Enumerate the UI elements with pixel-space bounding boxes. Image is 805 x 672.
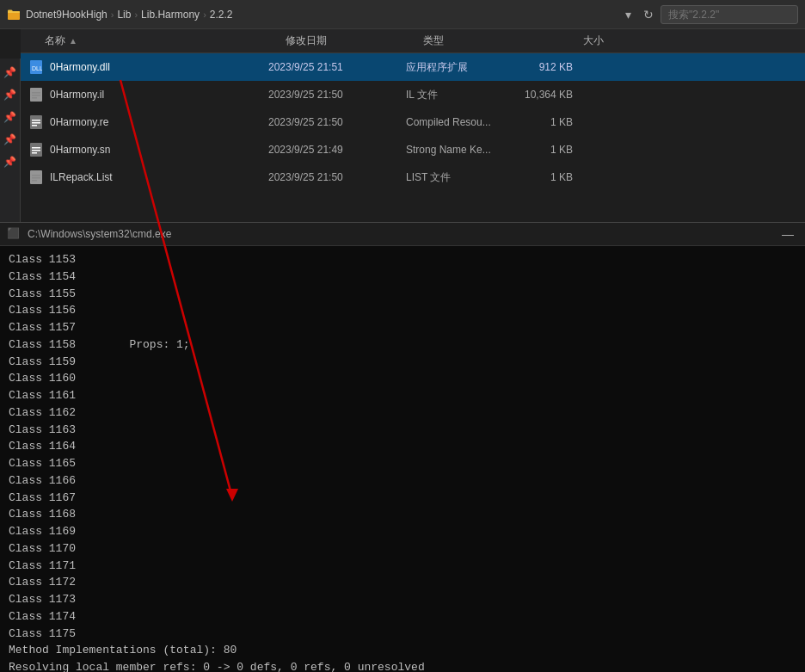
pin-3[interactable]: 📌 bbox=[3, 110, 17, 124]
col-header-size[interactable]: 大小 bbox=[535, 34, 604, 48]
folder-icon bbox=[7, 8, 21, 22]
file-icon bbox=[28, 169, 45, 186]
cmd-line: Class 1174 bbox=[9, 608, 796, 626]
dropdown-button[interactable]: ▾ bbox=[619, 6, 636, 23]
cmd-icon: ⬛ bbox=[7, 227, 21, 241]
cmd-line: Class 1169 bbox=[9, 523, 796, 540]
table-row[interactable]: 0Harmony.sn2023/9/25 21:49Strong Name Ke… bbox=[21, 136, 805, 163]
breadcrumb-item-libharmony[interactable]: Lib.Harmony bbox=[141, 9, 200, 21]
cmd-line: Class 1160 bbox=[9, 370, 796, 387]
cmd-line: Class 1166 bbox=[9, 472, 796, 490]
file-icon: DLL bbox=[28, 59, 45, 76]
cmd-body: Class 1153Class 1154Class 1155Class 1156… bbox=[0, 246, 805, 672]
file-name: ILRepack.List bbox=[50, 171, 268, 183]
file-type: IL 文件 bbox=[406, 88, 518, 102]
svg-rect-10 bbox=[32, 125, 37, 126]
file-size: 912 KB bbox=[518, 61, 587, 73]
svg-rect-4 bbox=[32, 92, 40, 94]
pin-4[interactable]: 📌 bbox=[3, 133, 17, 146]
table-row[interactable]: 0Harmony.re2023/9/25 21:50Compiled Resou… bbox=[21, 108, 805, 136]
cmd-line: Class 1170 bbox=[9, 540, 796, 558]
file-name: 0Harmony.dll bbox=[50, 61, 268, 73]
svg-rect-5 bbox=[32, 95, 40, 96]
file-size: 10,364 KB bbox=[518, 89, 587, 101]
file-type: Compiled Resou... bbox=[406, 116, 518, 128]
cmd-line: Class 1158 Props: 1; bbox=[9, 336, 796, 354]
refresh-button[interactable]: ↻ bbox=[640, 6, 657, 23]
file-name: 0Harmony.sn bbox=[50, 144, 268, 156]
file-icon bbox=[28, 114, 45, 131]
search-input[interactable] bbox=[661, 5, 798, 24]
cmd-line: Class 1173 bbox=[9, 591, 796, 608]
cmd-line: Class 1154 bbox=[9, 268, 796, 286]
cmd-line: Class 1162 bbox=[9, 404, 796, 422]
file-name: 0Harmony.il bbox=[50, 89, 268, 101]
cmd-line: Class 1156 bbox=[9, 302, 796, 319]
col-header-date[interactable]: 修改日期 bbox=[286, 34, 423, 48]
file-name: 0Harmony.re bbox=[50, 116, 268, 128]
col-header-name[interactable]: 名称 ▲ bbox=[45, 34, 286, 48]
breadcrumb-item-version[interactable]: 2.2.2 bbox=[210, 9, 233, 21]
svg-rect-8 bbox=[32, 120, 40, 121]
svg-rect-14 bbox=[32, 152, 37, 154]
file-date: 2023/9/25 21:49 bbox=[268, 144, 406, 156]
cmd-line: Class 1157 bbox=[9, 319, 796, 336]
file-list: DLL0Harmony.dll2023/9/25 21:51应用程序扩展912 … bbox=[21, 53, 805, 191]
file-type: 应用程序扩展 bbox=[406, 60, 518, 75]
svg-rect-17 bbox=[32, 177, 40, 179]
col-header-type[interactable]: 类型 bbox=[423, 34, 535, 48]
pin-2[interactable]: 📌 bbox=[3, 88, 17, 102]
file-date: 2023/9/25 21:51 bbox=[268, 61, 406, 73]
file-size: 1 KB bbox=[518, 116, 587, 128]
cmd-line: Class 1155 bbox=[9, 286, 796, 303]
file-size: 1 KB bbox=[518, 144, 587, 156]
file-size: 1 KB bbox=[518, 171, 587, 183]
file-explorer: 名称 ▲ 修改日期 类型 大小 DLL0Harmony.dll2023/9/25… bbox=[21, 29, 805, 191]
cmd-line: Class 1153 bbox=[9, 251, 796, 268]
table-row[interactable]: ILRepack.List2023/9/25 21:50LIST 文件1 KB bbox=[21, 163, 805, 191]
cmd-titlebar: ⬛ C:\Windows\system32\cmd.exe — bbox=[0, 222, 805, 246]
file-type: LIST 文件 bbox=[406, 170, 518, 185]
cmd-line: Class 1163 bbox=[9, 422, 796, 439]
cmd-minimize-button[interactable]: — bbox=[777, 226, 798, 242]
file-date: 2023/9/25 21:50 bbox=[268, 116, 406, 128]
file-explorer-section: 📌 📌 📌 📌 📌 名称 ▲ 修改日期 类型 大小 DLL0Harmony.dl… bbox=[0, 29, 805, 236]
cmd-line: Class 1167 bbox=[9, 490, 796, 507]
cmd-line: Class 1164 bbox=[9, 438, 796, 455]
svg-rect-18 bbox=[32, 180, 37, 182]
cmd-line: Class 1172 bbox=[9, 574, 796, 591]
table-row[interactable]: 0Harmony.il2023/9/25 21:50IL 文件10,364 KB bbox=[21, 81, 805, 108]
svg-rect-9 bbox=[32, 122, 40, 124]
svg-text:DLL: DLL bbox=[32, 65, 42, 71]
file-date: 2023/9/25 21:50 bbox=[268, 171, 406, 183]
breadcrumb-item-lib[interactable]: Lib bbox=[117, 9, 131, 21]
cmd-line: Class 1159 bbox=[9, 354, 796, 371]
breadcrumb-item-root[interactable]: Dotnet9HookHigh bbox=[26, 9, 108, 21]
title-bar: Dotnet9HookHigh › Lib › Lib.Harmony › 2.… bbox=[0, 0, 805, 29]
cmd-line: Class 1171 bbox=[9, 558, 796, 575]
titlebar-actions: ▾ ↻ bbox=[619, 5, 798, 24]
table-row[interactable]: DLL0Harmony.dll2023/9/25 21:51应用程序扩展912 … bbox=[21, 53, 805, 81]
svg-rect-12 bbox=[32, 147, 40, 149]
file-type: Strong Name Ke... bbox=[406, 144, 518, 156]
pin-1[interactable]: 📌 bbox=[3, 65, 17, 79]
file-icon bbox=[28, 141, 45, 158]
cmd-line: Class 1175 bbox=[9, 626, 796, 643]
cmd-title: C:\Windows\system32\cmd.exe bbox=[28, 228, 771, 240]
svg-rect-16 bbox=[32, 175, 40, 176]
cmd-line: Class 1165 bbox=[9, 455, 796, 472]
pin-5[interactable]: 📌 bbox=[3, 155, 17, 169]
cmd-line: Resolving local member refs: 0 -> 0 defs… bbox=[9, 659, 796, 672]
cmd-line: Class 1168 bbox=[9, 506, 796, 523]
file-date: 2023/9/25 21:50 bbox=[268, 89, 406, 101]
breadcrumb: Dotnet9HookHigh › Lib › Lib.Harmony › 2.… bbox=[26, 9, 614, 21]
file-icon bbox=[28, 86, 45, 103]
cmd-window: ⬛ C:\Windows\system32\cmd.exe — Class 11… bbox=[0, 222, 805, 672]
cmd-line: Method Implementations (total): 80 bbox=[9, 642, 796, 659]
svg-rect-13 bbox=[32, 150, 40, 151]
cmd-line: Class 1161 bbox=[9, 387, 796, 404]
column-headers: 名称 ▲ 修改日期 类型 大小 bbox=[21, 29, 805, 53]
svg-rect-6 bbox=[32, 97, 37, 99]
